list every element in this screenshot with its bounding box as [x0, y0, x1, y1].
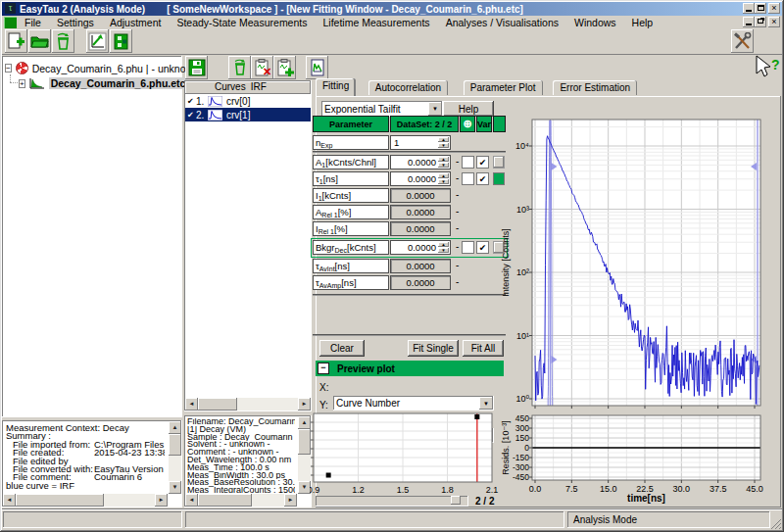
scroll-left-icon[interactable]: ◄ [185, 494, 198, 507]
mdi-close-button[interactable]: × [768, 17, 780, 27]
clear-button[interactable]: Clear [319, 340, 365, 357]
menu-adjustment[interactable]: Adjustment [102, 17, 170, 28]
scroll-right-icon[interactable]: ► [298, 398, 311, 411]
global-flag-cell[interactable] [462, 241, 474, 254]
collapse-section-icon[interactable]: − [318, 363, 329, 374]
minimize-button[interactable] [743, 3, 755, 14]
checkmark-icon[interactable]: ✔ [187, 97, 196, 106]
spinner-down-icon[interactable]: ▼ [438, 163, 449, 168]
tree-child-label[interactable]: Decay_Coumarin_6.phu.etc [49, 77, 188, 89]
scrollbar-thumb[interactable] [198, 398, 237, 411]
new-document-button[interactable] [5, 29, 27, 53]
context-horizontal-scrollbar[interactable]: ◄ ► [3, 494, 168, 507]
add-to-list-button[interactable] [273, 56, 296, 79]
maximize-button[interactable] [755, 3, 766, 14]
var-checkbox[interactable]: ✔ [476, 156, 489, 169]
value-spinner[interactable]: ▲▼ [438, 173, 449, 184]
spinner-up-icon[interactable]: ▲ [438, 157, 449, 162]
scrollbar-track[interactable] [169, 434, 181, 481]
preview-data-point[interactable] [474, 414, 479, 419]
spinner-up-icon[interactable]: ▲ [438, 173, 449, 178]
dataset-slider[interactable] [316, 496, 468, 507]
close-button[interactable]: × [768, 3, 780, 14]
preview-x-select[interactable]: Curve Number ▼ [333, 396, 494, 411]
checkmark-icon[interactable]: ✔ [187, 111, 196, 120]
delete-button[interactable] [52, 29, 74, 53]
spinner-down-icon[interactable]: ▼ [438, 143, 449, 148]
curves-list-header[interactable]: Curves IRF [185, 81, 311, 94]
report-button[interactable] [306, 56, 328, 79]
menu-windows[interactable]: Windows [566, 17, 624, 28]
remove-from-list-button[interactable]: ✕ [251, 56, 273, 79]
info-line: Det_Wavelength : 0.00 nm [187, 457, 295, 464]
var-checkbox[interactable]: ✔ [476, 241, 489, 254]
global-flag-cell[interactable] [462, 172, 474, 185]
scrollbar-track[interactable] [198, 494, 284, 507]
save-curve-button[interactable] [185, 56, 208, 79]
info-horizontal-scrollbar[interactable]: ◄ ► [185, 494, 297, 507]
curves-column-header[interactable]: Curves [215, 81, 246, 94]
spinner-down-icon[interactable]: ▼ [438, 248, 449, 253]
fit-all-button[interactable]: Fit All [463, 340, 504, 357]
menu-file[interactable]: File [17, 17, 49, 28]
spinner-up-icon[interactable]: ▲ [438, 242, 449, 247]
scrollbar-thumb[interactable] [169, 434, 181, 456]
tab-autocorrelation[interactable]: Autocorrelation [368, 80, 448, 95]
resize-grip[interactable] [771, 519, 781, 529]
menu-settings[interactable]: Settings [49, 17, 102, 28]
scrollbar-track[interactable] [16, 494, 155, 507]
scroll-left-icon[interactable]: ◄ [3, 494, 16, 507]
help-button[interactable]: Help [443, 101, 494, 117]
curve-list-item[interactable]: ✔1.crv[0] [185, 94, 311, 108]
chevron-down-icon[interactable]: ▼ [428, 102, 442, 116]
scrollbar-thumb[interactable] [16, 494, 104, 507]
tree-child-row[interactable]: + Decay_Coumarin_6.phu.etc [5, 76, 179, 90]
mdi-restore-button[interactable] [755, 17, 766, 27]
param-value-field[interactable]: 0.0000▲▼ [390, 171, 451, 186]
context-vertical-scrollbar[interactable]: ▲ ▼ [169, 421, 181, 494]
global-flag-cell[interactable] [462, 156, 474, 169]
preview-data-point[interactable] [326, 473, 331, 478]
batch-processing-button[interactable] [110, 29, 132, 53]
scrollbar-track[interactable] [198, 398, 298, 411]
menu-help[interactable]: Help [624, 17, 662, 28]
scroll-right-icon[interactable]: ► [155, 494, 168, 507]
expand-expander-icon[interactable]: + [19, 79, 25, 88]
spinner-down-icon[interactable]: ▼ [438, 179, 449, 184]
tab-fitting[interactable]: Fitting [316, 78, 356, 96]
curve-list-item[interactable]: ✔2.crv[1] [185, 108, 311, 121]
scrollbar-thumb[interactable] [198, 494, 252, 507]
menu-lifetime-measurements[interactable]: Lifetime Measurements [315, 17, 437, 28]
param-value-field[interactable]: 0.0000▲▼ [390, 155, 451, 169]
residual-tick-label: -450 [513, 472, 529, 482]
menu-analyses-visualisations[interactable]: Analyses / Visualisations [438, 17, 566, 28]
irf-column-header[interactable]: IRF [251, 81, 267, 94]
value-spinner[interactable]: ▲▼ [438, 137, 449, 148]
analysis-window-button[interactable] [86, 29, 109, 53]
settings-tools-button[interactable] [731, 29, 754, 53]
spinner-up-icon[interactable]: ▲ [438, 137, 449, 142]
value-spinner[interactable]: ▲▼ [438, 157, 449, 168]
tree-root-row[interactable]: − Decay_Coumarin_6.phu | - unknown - [5, 62, 179, 74]
fit-single-button[interactable]: Fit Single [408, 340, 459, 357]
slider-thumb[interactable] [451, 496, 461, 505]
fit-model-select[interactable]: Exponential Tailfit ▼ [321, 101, 443, 117]
param-value-field[interactable]: 1▲▼ [390, 135, 451, 150]
tab-error-estimation[interactable]: Error Estimation [553, 80, 637, 95]
collapse-expander-icon[interactable]: − [5, 64, 12, 73]
param-value-field[interactable]: 0.0000▲▼ [390, 240, 451, 255]
curves-horizontal-scrollbar[interactable]: ◄ ► [185, 398, 311, 411]
menu-steady-state-measurements[interactable]: Steady-State Measurements [169, 17, 315, 28]
scroll-up-icon[interactable]: ▲ [169, 421, 181, 434]
scroll-left-icon[interactable]: ◄ [185, 398, 198, 411]
tree-root-label[interactable]: Decay_Coumarin_6.phu | - unknown - [32, 63, 206, 74]
tab-parameter-plot[interactable]: Parameter Plot [464, 80, 543, 95]
chevron-down-icon[interactable]: ▼ [479, 397, 493, 410]
open-workspace-button[interactable] [28, 29, 51, 53]
value-spinner[interactable]: ▲▼ [438, 242, 449, 253]
scroll-right-icon[interactable]: ► [284, 494, 297, 507]
mdi-minimize-button[interactable] [743, 17, 755, 27]
delete-curve-button[interactable] [228, 56, 251, 79]
scroll-down-icon[interactable]: ▼ [169, 481, 181, 494]
var-checkbox[interactable]: ✔ [476, 172, 489, 185]
